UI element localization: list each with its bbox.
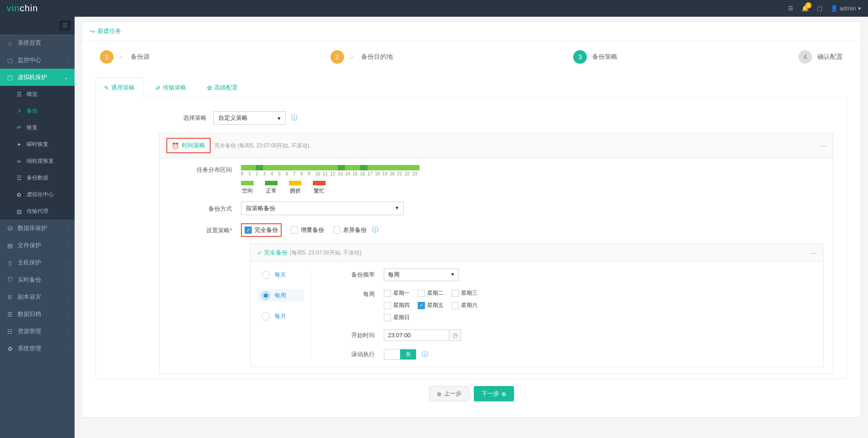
step-number: 3 bbox=[573, 50, 587, 64]
collapse-icon[interactable]: — bbox=[820, 142, 826, 149]
chevron-icon: ‹ bbox=[66, 278, 68, 283]
collapse-icon[interactable]: — bbox=[811, 250, 816, 256]
sidebar-item[interactable]: ☷资源管理‹ bbox=[0, 323, 75, 340]
sidebar-subitem[interactable]: ∞细粒度恢复 bbox=[0, 153, 75, 170]
sidebar-item[interactable]: ▢虚拟机保护⌄ bbox=[0, 69, 75, 86]
time-strategy-title: ⏰ 时间策略 bbox=[166, 138, 211, 153]
freq-radio[interactable]: 每周 bbox=[257, 289, 304, 302]
sidebar-subitem[interactable]: ↗备份 bbox=[0, 103, 75, 119]
input-start-time[interactable]: 23:07:00 bbox=[384, 330, 449, 341]
next-button[interactable]: 下一步⊕ bbox=[474, 386, 514, 401]
select-backup-freq[interactable]: 每周 ▾ bbox=[384, 268, 458, 281]
prev-button[interactable]: ⊕上一步 bbox=[429, 386, 469, 401]
step-label: 备份源 bbox=[131, 53, 150, 61]
chevron-icon: ‹ bbox=[66, 260, 68, 265]
sidebar-toggle-button[interactable]: ☰ bbox=[59, 20, 71, 31]
wizard-step[interactable]: 3备份策略 bbox=[573, 50, 618, 64]
tab[interactable]: ✿高级配置 bbox=[198, 77, 246, 98]
checkbox[interactable] bbox=[418, 290, 425, 297]
wizard-step[interactable]: 4确认配置 bbox=[798, 50, 843, 64]
clock-button[interactable]: ◷ bbox=[449, 330, 461, 341]
legend-item: 空闲 bbox=[241, 181, 254, 195]
sidebar-item[interactable]: ⎘副本容灾‹ bbox=[0, 288, 75, 306]
radio-icon bbox=[262, 271, 270, 279]
weekday-checkbox[interactable]: 星期二 bbox=[418, 289, 443, 297]
checkbox[interactable] bbox=[384, 290, 391, 297]
checkbox[interactable] bbox=[452, 290, 459, 297]
weekday-checkbox[interactable]: 星期一 bbox=[384, 289, 410, 297]
checkbox[interactable] bbox=[384, 302, 391, 309]
sidebar-item[interactable]: ▤文件保护‹ bbox=[0, 237, 75, 254]
menu-icon: ⌂ bbox=[7, 40, 13, 47]
sidebar-item[interactable]: ▢监控中心‹ bbox=[0, 52, 75, 69]
accordion-header[interactable]: ⏰ 时间策略 完全备份 (每周5, 23:07:00开始, 不滚动). — bbox=[160, 133, 833, 158]
check-icon: ✓ bbox=[257, 250, 262, 256]
menu-icon: ✦ bbox=[16, 141, 22, 148]
legend-item: 拥挤 bbox=[289, 181, 302, 195]
chevron-icon: ‹ bbox=[66, 226, 68, 231]
wizard-step[interactable]: 2✓备份目的地 bbox=[330, 50, 393, 64]
sidebar-subitem[interactable]: ☲备份数据 bbox=[0, 170, 75, 186]
wizard-steps: 1✓备份源2✓备份目的地3备份策略4确认配置 bbox=[95, 50, 847, 64]
row-weekdays: 每周 星期一星期二星期三星期四✓星期五星期六星期日 bbox=[348, 289, 816, 321]
toggle-roll-execute[interactable]: 关 bbox=[384, 349, 416, 360]
chevron-icon: ‹ bbox=[66, 295, 68, 300]
label-roll-execute: 滚动执行 bbox=[348, 350, 384, 358]
monitor-icon[interactable]: ▢ bbox=[817, 5, 822, 12]
step-label: 备份策略 bbox=[592, 53, 618, 61]
user-menu[interactable]: 👤admin▾ bbox=[830, 5, 861, 12]
checkbox[interactable]: ✓ bbox=[245, 226, 252, 234]
sidebar-item[interactable]: ⛁数据库保护‹ bbox=[0, 220, 75, 237]
full-backup-header[interactable]: ✓ 完全备份 (每周5, 23:07:00开始, 不滚动) — bbox=[250, 244, 823, 262]
backup-type-checkbox[interactable]: ✓完全备份 bbox=[241, 223, 282, 237]
check-icon: ✓ bbox=[349, 54, 354, 61]
radio-icon bbox=[262, 312, 270, 320]
sidebar-subitem[interactable]: ✿虚拟化中心 bbox=[0, 186, 75, 203]
panel: ↪ 新建任务 1✓备份源2✓备份目的地3备份策略4确认配置 ✎通用策略⇄传输策略… bbox=[81, 21, 861, 418]
sidebar-subitem[interactable]: ▤传输代理 bbox=[0, 203, 75, 220]
weekday-checkbox[interactable]: 星期四 bbox=[384, 301, 410, 309]
checkbox[interactable] bbox=[333, 226, 340, 234]
tab-icon: ⇄ bbox=[156, 85, 160, 91]
checkbox[interactable] bbox=[291, 226, 298, 234]
label-task-dist: 任务分布区间 bbox=[191, 165, 241, 174]
weekday-checkbox[interactable]: ✓星期五 bbox=[418, 301, 443, 309]
sidebar-item[interactable]: ✿系统管理‹ bbox=[0, 340, 75, 357]
sidebar-item[interactable]: ⌂系统首页 bbox=[0, 34, 75, 52]
list-icon[interactable]: ☰ bbox=[788, 5, 793, 12]
menu-icon: ⛉ bbox=[7, 277, 13, 283]
weekday-checkbox[interactable]: 星期六 bbox=[452, 301, 477, 309]
freq-radio[interactable]: 每月 bbox=[257, 310, 304, 323]
checkbox[interactable] bbox=[384, 314, 391, 321]
chevron-icon: ‹ bbox=[66, 58, 68, 63]
time-strategy-accordion: ⏰ 时间策略 完全备份 (每周5, 23:07:00开始, 不滚动). — 任务… bbox=[159, 133, 833, 374]
tab[interactable]: ⇄传输策略 bbox=[147, 77, 195, 98]
label-backup-freq: 备份频率 bbox=[348, 271, 384, 279]
weekday-checkbox[interactable]: 星期日 bbox=[384, 314, 410, 321]
info-icon[interactable]: ⓘ bbox=[291, 114, 297, 122]
chevron-icon: ‹ bbox=[66, 243, 68, 248]
sidebar-subitem[interactable]: ☰概览 bbox=[0, 86, 75, 103]
chevron-icon: ‹ bbox=[66, 346, 68, 351]
weekday-checkbox[interactable]: 星期三 bbox=[452, 289, 477, 297]
notification-icon[interactable]: 🔔2 bbox=[802, 5, 809, 12]
select-backup-mode[interactable]: 按策略备份 ▾ bbox=[241, 202, 404, 215]
menu-icon: ▯ bbox=[7, 259, 13, 266]
info-icon[interactable]: ⓘ bbox=[372, 226, 378, 234]
tab[interactable]: ✎通用策略 bbox=[95, 77, 143, 98]
backup-type-checkbox[interactable]: 差异备份 bbox=[333, 226, 367, 234]
sidebar-item[interactable]: ⛉实时备份‹ bbox=[0, 271, 75, 288]
select-strategy-dropdown[interactable]: 自定义策略 ▾ bbox=[213, 111, 286, 125]
backup-type-checkbox[interactable]: 增量备份 bbox=[291, 226, 324, 234]
freq-radio[interactable]: 每天 bbox=[257, 268, 304, 281]
sidebar-item[interactable]: ▯主机保护‹ bbox=[0, 254, 75, 271]
menu-icon: ▢ bbox=[7, 57, 13, 64]
sidebar-item[interactable]: ☰数据归档‹ bbox=[0, 306, 75, 323]
info-icon[interactable]: ⓘ bbox=[422, 350, 428, 358]
checkbox[interactable] bbox=[452, 302, 459, 309]
step-number: 1 bbox=[100, 50, 113, 64]
checkbox[interactable]: ✓ bbox=[418, 302, 425, 309]
sidebar-subitem[interactable]: ✦瞬时恢复 bbox=[0, 136, 75, 153]
sidebar-subitem[interactable]: ↶恢复 bbox=[0, 119, 75, 136]
wizard-step[interactable]: 1✓备份源 bbox=[100, 50, 150, 64]
